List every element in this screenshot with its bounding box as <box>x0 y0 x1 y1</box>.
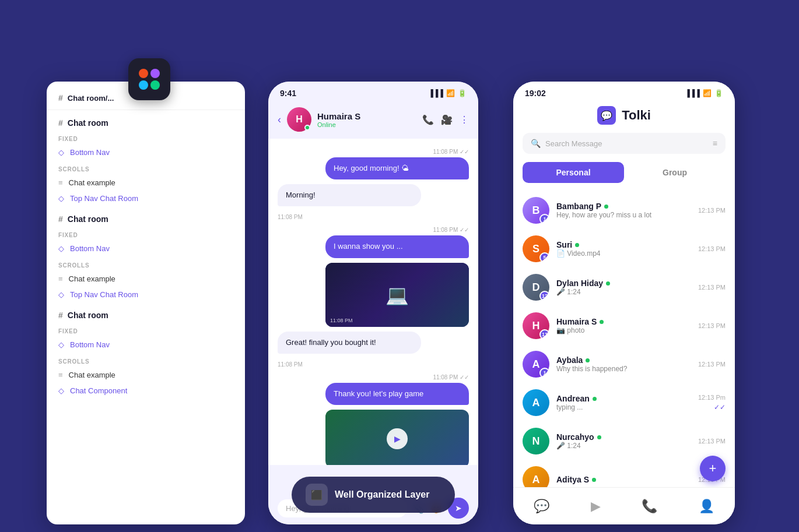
media-bubble-1: 💻 11:08 PM <box>325 263 469 327</box>
msg-time-3: 11:08 PM ✓✓ <box>278 224 469 234</box>
online-indicator-bambang <box>604 205 608 209</box>
diamond2-icon: ◇ <box>58 194 64 203</box>
contact-name-andrean: Andrean <box>556 394 691 403</box>
group2-scrolls-label: SCROLLS <box>47 256 245 271</box>
contact-meta-nurcahyo: 12:13 PM <box>698 438 726 445</box>
contact-msg-humaira: 📷 photo <box>556 326 673 334</box>
avatar-aybala: A 1 <box>523 351 549 378</box>
layer-item-chat-example-1[interactable]: ≡ Chat example <box>47 175 245 191</box>
tab-personal[interactable]: Personal <box>523 162 624 183</box>
group2-fixed-label: FIXED <box>47 226 245 241</box>
tolki-wifi-icon: 📶 <box>703 89 712 97</box>
contact-item-aybala[interactable]: A 1 Aybala Why this is happened? 12:13 P… <box>513 345 735 383</box>
contact-info-humaira: Humaira S 📷 photo <box>556 317 691 334</box>
contact-item-dylan[interactable]: D 12 Dylan Hiday 🎤 1:24 12:13 PM <box>513 268 735 306</box>
chat-actions: 📞 🎥 ⋮ <box>422 114 469 125</box>
battery-icon: 🔋 <box>458 89 467 97</box>
layer-item-bottomnav-2[interactable]: ◇ Bottom Nav <box>47 241 245 256</box>
contact-item-nurcahyo[interactable]: N Nurcahyo 🎤 1:24 12:13 PM <box>513 422 735 460</box>
contact-msg-andrean: typing ... <box>556 403 673 411</box>
contact-name-suri: Suri <box>556 240 691 249</box>
contact-meta-aybala: 12:13 PM <box>698 361 726 368</box>
layer-item-chat-example-2[interactable]: ≡ Chat example <box>47 271 245 287</box>
contact-time-aybala: 12:13 PM <box>698 361 726 368</box>
nav-phone-icon[interactable]: 📞 <box>642 499 657 514</box>
layer-item-chat-example-3[interactable]: ≡ Chat example <box>47 367 245 383</box>
chat-status-bar: 9:41 ▐▐▐ 📶 🔋 <box>268 82 478 103</box>
wifi-icon: 📶 <box>446 89 455 97</box>
phone-icon[interactable]: 📞 <box>422 114 434 125</box>
more-icon[interactable]: ⋮ <box>460 114 469 125</box>
tolki-status-bar: 19:02 ▐▐▐ 📶 🔋 <box>513 82 735 103</box>
contact-info-bambang: Bambang P Hey, how are you? miss u a lot <box>556 202 691 219</box>
layer-item-label: Bottom Nav <box>70 148 110 157</box>
group-3-header: # Chat room <box>47 302 245 322</box>
avatar-andrean: A <box>523 389 549 416</box>
contact-time-dylan: 12:13 PM <box>698 284 726 291</box>
group-2-header: # Chat room <box>47 206 245 226</box>
tolki-status-icons: ▐▐▐ 📶 🔋 <box>685 89 723 97</box>
layer-item[interactable]: ◇ Bottom Nav <box>47 145 245 160</box>
nav-chat-icon[interactable]: 💬 <box>534 499 549 514</box>
contact-meta-humaira: 12:13 PM <box>698 322 726 329</box>
fab-button[interactable]: + <box>700 456 726 481</box>
contact-item-andrean[interactable]: A Andrean typing ... 12:13 Pm ✓✓ <box>513 383 735 422</box>
contact-name-nurcahyo: Nurcahyo <box>556 432 691 442</box>
figma-circle-red <box>139 69 148 78</box>
group2-title: Chat room <box>68 214 108 224</box>
contact-msg-suri: 📄 Video.mp4 <box>556 249 673 258</box>
left-panel: # Chat room/... # Chat room FIXED ◇ Bott… <box>47 82 245 524</box>
online-indicator-aditya <box>592 478 596 482</box>
group1-scrolls-label: SCROLLS <box>47 160 245 175</box>
video-icon[interactable]: 🎥 <box>441 114 453 125</box>
tab-group[interactable]: Group <box>624 162 726 183</box>
chat-user-name: Humaira S <box>317 111 416 121</box>
nav-play-icon[interactable]: ▶ <box>591 499 601 514</box>
diamond5-icon: ◇ <box>58 340 64 349</box>
layer-item-topnav-2[interactable]: ◇ Top Nav Chat Room <box>47 287 245 302</box>
avatar-humaira: H 11 <box>523 312 549 339</box>
chat-time: 9:41 <box>280 89 296 98</box>
layer-badge-text: Well Organized Layer <box>335 489 429 500</box>
contact-name-bambang: Bambang P <box>556 202 691 211</box>
contact-name-dylan: Dylan Hiday <box>556 279 691 288</box>
contact-name-aybala: Aybala <box>556 355 691 365</box>
back-button[interactable]: ‹ <box>278 114 281 126</box>
bubble-sent-2: I wanna show you ... <box>325 235 469 258</box>
tolki-battery-icon: 🔋 <box>714 89 723 97</box>
lines-icon: ≡ <box>58 178 63 187</box>
msg-time-recv-1: 11:08 PM <box>278 211 469 221</box>
tolki-header: 💬 Tolki <box>513 103 735 133</box>
contact-msg-nurcahyo: 🎤 1:24 <box>556 442 673 450</box>
nav-profile-icon[interactable]: 👤 <box>699 499 714 514</box>
online-indicator-humaira <box>600 320 604 324</box>
right-panel: 19:02 ▐▐▐ 📶 🔋 💬 Tolki 🔍 Search Message ≡… <box>513 82 735 524</box>
contact-list: B 1 Bambang P Hey, how are you? miss u a… <box>513 191 735 499</box>
tabs-row: Personal Group <box>523 162 726 183</box>
filter-icon[interactable]: ≡ <box>713 139 717 148</box>
signal-icon: ▐▐▐ <box>428 89 443 97</box>
layer-item-bottomnav-3[interactable]: ◇ Bottom Nav <box>47 337 245 353</box>
play-button[interactable]: ▶ <box>387 428 408 449</box>
contact-item-bambang[interactable]: B 1 Bambang P Hey, how are you? miss u a… <box>513 191 735 230</box>
group3-fixed-label: FIXED <box>47 322 245 337</box>
avatar-nurcahyo: N <box>523 428 549 455</box>
diamond-icon: ◇ <box>58 148 64 157</box>
contact-item-humaira[interactable]: H 11 Humaira S 📷 photo 12:13 PM <box>513 306 735 345</box>
panel-header-title: Chat room/... <box>68 94 114 103</box>
contact-item-suri[interactable]: S 5 Suri 📄 Video.mp4 12:13 PM <box>513 230 735 268</box>
figma-circle-green <box>150 80 160 90</box>
tolki-time: 19:02 <box>525 89 546 98</box>
contact-info-dylan: Dylan Hiday 🎤 1:24 <box>556 279 691 296</box>
contact-name-humaira: Humaira S <box>556 317 691 326</box>
layer-item-chatcomp[interactable]: ◇ Chat Component <box>47 383 245 399</box>
figma-circle-purple <box>150 69 160 78</box>
chat-avatar-wrapper: H <box>287 107 311 132</box>
layer-item-topnav-1[interactable]: ◇ Top Nav Chat Room <box>47 191 245 206</box>
search-bar[interactable]: 🔍 Search Message ≡ <box>523 133 726 154</box>
layer-topnav-1: Top Nav Chat Room <box>70 194 138 203</box>
contact-time-andrean: 12:13 Pm <box>698 394 726 401</box>
contact-time-bambang: 12:13 PM <box>698 207 726 214</box>
badge-bambang: 1 <box>539 214 549 224</box>
online-indicator-dylan <box>606 281 610 286</box>
